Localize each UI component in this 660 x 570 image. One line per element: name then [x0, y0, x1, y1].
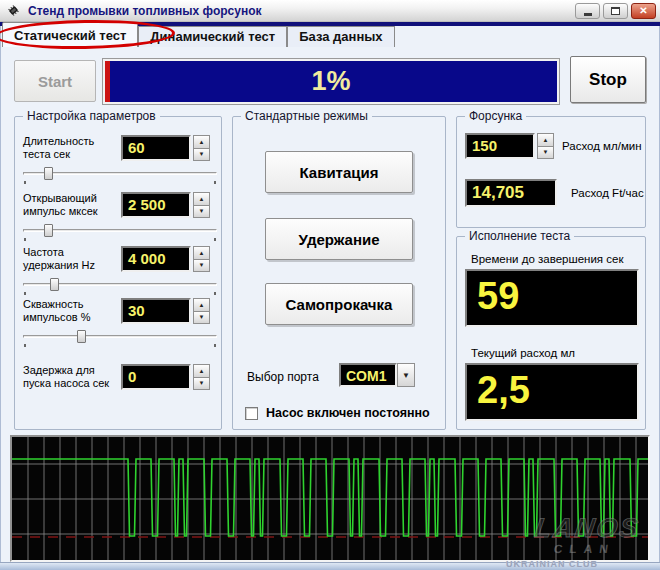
spin-down-button[interactable]: ▼: [193, 148, 210, 162]
spin-up-button[interactable]: ▲: [193, 364, 210, 378]
tab-database[interactable]: База данных: [287, 26, 394, 47]
port-select-label: Выбор порта: [247, 370, 319, 384]
spin-up-button[interactable]: ▲: [193, 192, 210, 206]
chevron-down-icon: ▼: [402, 371, 410, 380]
app-icon: [6, 3, 21, 18]
duty-cycle-slider[interactable]: [23, 330, 217, 344]
spin-down-button[interactable]: ▼: [193, 311, 210, 325]
slider-thumb[interactable]: [50, 278, 59, 291]
close-button[interactable]: ✕: [631, 3, 656, 19]
close-icon: ✕: [639, 6, 647, 16]
param-row-duration: Длительность теста сек 60 ▲ ▼: [23, 135, 217, 181]
spin-down-button[interactable]: ▼: [193, 259, 210, 273]
duty-cycle-spinner: ▲ ▼: [193, 298, 210, 324]
start-button[interactable]: Start: [14, 60, 96, 102]
modes-title: Стандартные режимы: [241, 109, 372, 123]
slider-track: [23, 335, 217, 338]
slider-tick: [24, 292, 26, 295]
port-combobox[interactable]: COM1 ▼: [339, 363, 415, 387]
slider-thumb[interactable]: [77, 330, 86, 343]
progress-bar: 1%: [102, 58, 560, 105]
tab-dynamic-test[interactable]: Динамический тест: [138, 26, 287, 47]
spin-down-button[interactable]: ▼: [193, 377, 210, 391]
slider-thumb[interactable]: [44, 167, 53, 180]
pump-always-on-checkbox[interactable]: [245, 407, 258, 420]
title-bar: Стенд промывки топливных форсунок ✕: [0, 0, 660, 22]
flow-set-label: Расход мл/мин: [562, 140, 642, 152]
slider-tick: [24, 238, 26, 241]
hold-freq-spinner: ▲ ▼: [193, 246, 210, 272]
current-flow-display: 2,5: [465, 363, 639, 421]
tab-bar: Статический тест Динамический тест База …: [2, 26, 658, 47]
duration-spinner: ▲ ▼: [193, 135, 210, 161]
dropdown-button[interactable]: ▼: [397, 363, 415, 387]
param-row-hold-freq: Частота удержания Hz 4 000 ▲ ▼: [23, 246, 217, 292]
slider-tick: [214, 292, 216, 295]
params-groupbox: Настройка параметров Длительность теста …: [14, 116, 222, 430]
flow-calc-value: 14,705: [465, 179, 557, 207]
execution-title: Исполнение теста: [465, 229, 574, 243]
slider-tick: [214, 344, 216, 347]
oscilloscope: LANOS CLAN: [10, 435, 650, 562]
stop-button[interactable]: Stop: [570, 56, 646, 103]
param-row-duty-cycle: Скважность импульсов % 30 ▲ ▼: [23, 298, 217, 344]
watermark-bottom-text: UKRAINIAN CLUB: [506, 559, 598, 569]
minimize-icon: [584, 13, 592, 16]
injector-flow-calc-row: 14,705 Расход Ft/час: [465, 179, 644, 207]
flow-calc-label: Расход Ft/час: [571, 187, 644, 199]
spin-down-button[interactable]: ▼: [537, 146, 554, 160]
tab-static-test[interactable]: Статический тест: [2, 22, 138, 47]
hold-freq-value[interactable]: 4 000: [121, 246, 191, 272]
progress-text: 1%: [103, 59, 559, 104]
param-label: Скважность импульсов %: [23, 298, 121, 324]
open-pulse-spinner: ▲ ▼: [193, 192, 210, 218]
window-title: Стенд промывки топливных форсунок: [28, 4, 262, 18]
modes-groupbox: Стандартные режимы Кавитация Удержание С…: [232, 116, 446, 430]
spin-down-button[interactable]: ▼: [193, 205, 210, 219]
slider-tick: [214, 181, 216, 184]
minimize-button[interactable]: [575, 3, 600, 19]
spin-up-button[interactable]: ▲: [193, 298, 210, 312]
param-row-open-pulse: Открывающий импульс мксек 2 500 ▲ ▼: [23, 192, 217, 238]
slider-tick: [24, 181, 26, 184]
slider-tick: [24, 344, 26, 347]
duration-slider[interactable]: [23, 167, 217, 181]
injector-flow-set-row: 150 ▲ ▼ Расход мл/мин: [465, 133, 642, 159]
slider-thumb[interactable]: [44, 224, 53, 237]
hold-freq-slider[interactable]: [23, 278, 217, 292]
hold-button[interactable]: Удержание: [265, 218, 413, 260]
param-label: Задержка для пуска насоса сек: [23, 364, 121, 390]
self-pump-button[interactable]: Самопрокачка: [265, 283, 413, 325]
param-label: Длительность теста сек: [23, 135, 121, 161]
maximize-icon: [611, 7, 620, 15]
window-controls: ✕: [572, 3, 656, 19]
open-pulse-value[interactable]: 2 500: [121, 192, 191, 218]
param-label: Открывающий импульс мксек: [23, 192, 121, 218]
flow-set-spinner: ▲ ▼: [537, 133, 554, 159]
flow-set-value[interactable]: 150: [465, 133, 535, 159]
pump-delay-spinner: ▲ ▼: [193, 364, 210, 390]
pump-delay-value[interactable]: 0: [121, 364, 191, 390]
injector-title: Форсунка: [465, 109, 526, 123]
spin-up-button[interactable]: ▲: [193, 135, 210, 149]
cavitation-button[interactable]: Кавитация: [265, 151, 413, 193]
maximize-button[interactable]: [603, 3, 628, 19]
injector-groupbox: Форсунка 150 ▲ ▼ Расход мл/мин 14,705 Ра…: [456, 116, 646, 228]
duration-value[interactable]: 60: [121, 135, 191, 161]
execution-groupbox: Исполнение теста Времени до завершения с…: [456, 236, 646, 430]
current-flow-label: Текущий расход мл: [471, 347, 575, 359]
port-value: COM1: [339, 363, 397, 387]
spin-up-button[interactable]: ▲: [193, 246, 210, 260]
time-remaining-display: 59: [465, 269, 639, 327]
param-label: Частота удержания Hz: [23, 246, 121, 272]
param-row-pump-delay: Задержка для пуска насоса сек 0 ▲ ▼: [23, 364, 217, 390]
pump-always-on-label: Насос включен постоянно: [266, 406, 430, 420]
slider-tick: [214, 238, 216, 241]
spin-up-button[interactable]: ▲: [537, 133, 554, 147]
oscilloscope-svg: [12, 437, 648, 560]
time-remaining-label: Времени до завершения сек: [471, 253, 623, 265]
open-pulse-slider[interactable]: [23, 224, 217, 238]
duty-cycle-value[interactable]: 30: [121, 298, 191, 324]
params-title: Настройка параметров: [23, 109, 160, 123]
app-window: Стенд промывки топливных форсунок ✕ Стат…: [0, 0, 660, 570]
